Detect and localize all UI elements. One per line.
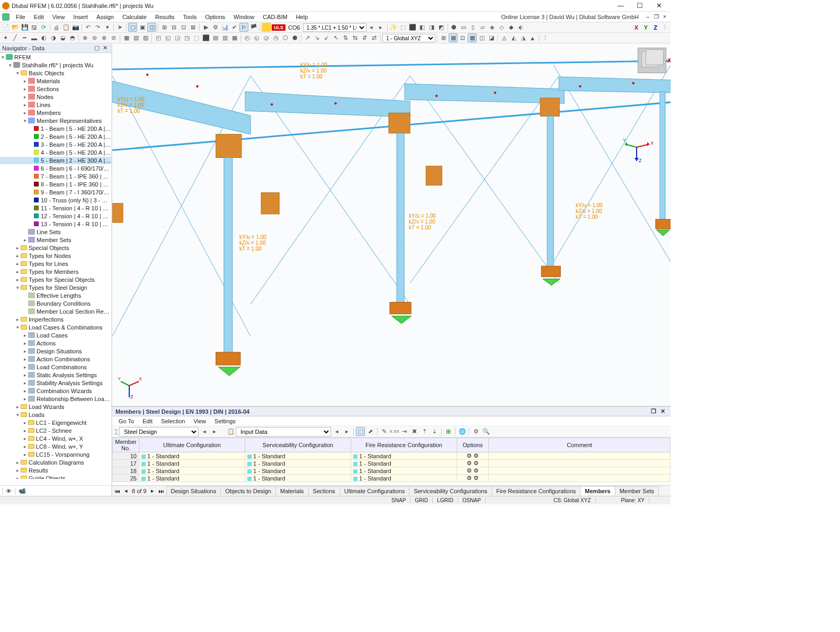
bottom-tab[interactable]: Serviceability Configurations [409,486,492,495]
bp-select-icon[interactable]: ⬚ [356,427,365,436]
r4c-icon[interactable]: ⊡ [458,33,467,42]
table-row[interactable]: 25 1 - Standard 1 - Standard 1 - Standar… [113,475,671,482]
bp-next2-icon[interactable]: ▸ [342,427,351,436]
r3i-icon[interactable]: ↙ [322,33,331,42]
r2r-icon[interactable]: ▤ [211,33,220,42]
r2o-icon[interactable]: ◳ [182,33,191,42]
tree-member-rep[interactable]: 13 - Tension | 4 - R 10 | L : 7.07 [0,220,111,228]
r3l-icon[interactable]: ⇆ [351,33,360,42]
next-page-icon[interactable]: ▸ [149,487,156,494]
history-icon[interactable]: ▾ [103,23,112,32]
wand-icon[interactable]: ✨ [389,23,398,32]
photo-icon[interactable]: 📷 [71,23,80,32]
bp-prev2-icon[interactable]: ◂ [332,427,341,436]
bp-down-icon[interactable]: ⇣ [430,427,439,436]
bp-pick-icon[interactable]: ⬈ [366,427,375,436]
status-grid[interactable]: GRID [410,497,433,503]
bp-export-icon[interactable]: ⇥ [400,427,409,436]
bp-xxx-icon[interactable]: X.XX [390,427,399,436]
view-transparent-icon[interactable]: ◫ [147,23,156,32]
first-page-icon[interactable]: ⏮ [112,488,122,494]
tree-member-rep[interactable]: 6 - Beam | 6 - I 690/170/8/12/5 [0,165,111,172]
tree-member-rep[interactable]: 3 - Beam | 5 - HE 200 A | L : 7.1 [0,141,111,148]
col-member-no[interactable]: Member No. [113,438,139,452]
axis-y-label[interactable]: Y [641,23,650,32]
surf-tool-icon[interactable]: ▬ [30,33,39,42]
mdi-restore-icon[interactable]: ❐ [653,14,660,20]
r2t-icon[interactable]: ▦ [230,33,239,42]
navigator-close-icon[interactable]: ✕ [101,44,109,51]
bottom-tab[interactable]: Sections [308,486,340,495]
undo-icon[interactable]: ↶ [84,23,93,32]
col-serviceability[interactable]: Serviceability Configuration [245,438,351,452]
new-icon[interactable]: 📄 [1,23,10,32]
r2n-icon[interactable]: ◲ [173,33,182,42]
close-button[interactable]: ✕ [649,1,668,11]
t6-icon[interactable]: ◈ [488,23,497,32]
menu-calculate[interactable]: Calculate [118,13,151,21]
line-tool-icon[interactable]: ╱ [11,33,20,42]
r4h-icon[interactable]: ◭ [509,33,518,42]
flag2-icon[interactable]: 🏴 [249,23,258,32]
flag-icon[interactable]: 🏳 [239,23,248,32]
r2p-icon[interactable]: ⬚ [192,33,201,42]
saveas-icon[interactable]: 🖫 [30,23,39,32]
tree-member-rep[interactable]: 5 - Beam | 2 - HE 300 A | L : 7.0 [0,157,111,164]
view-wireframe-icon[interactable]: ▢ [128,23,137,32]
viewport-3d[interactable]: kY/u = 1.00kZ/v = 1.00kT = 1.00 kY/u = 1… [112,43,671,406]
t5-icon[interactable]: ◩ [437,23,446,32]
bp-goto[interactable]: Go To [114,417,138,425]
table-row[interactable]: 17 1 - Standard 1 - Standard 1 - Standar… [113,460,671,467]
bp-gear-icon[interactable]: ⚙ [471,427,480,436]
bottom-tab[interactable]: Members [580,486,615,495]
r2g-icon[interactable]: ⊗ [100,33,109,42]
table-icon[interactable]: 📊 [220,23,229,32]
calc2-icon[interactable]: ⚙ [211,23,220,32]
menu-tools[interactable]: Tools [178,13,201,21]
bp-settings[interactable]: Settings [210,417,240,425]
status-lgrid[interactable]: LGRID [433,497,458,503]
menu-results[interactable]: Results [151,13,179,21]
member-tool-icon[interactable]: ━ [20,33,29,42]
r3d-icon[interactable]: ◷ [271,33,280,42]
top-icon[interactable]: ▱ [478,23,487,32]
bp-search-icon[interactable]: 🔍 [481,427,490,436]
r2q-icon[interactable]: ⬛ [201,33,210,42]
r2l-icon[interactable]: ◰ [154,33,163,42]
tree-member-rep[interactable]: 10 - Truss (only N) | 3 - CHS 76 [0,197,111,204]
menu-window[interactable]: Window [229,13,258,21]
t8-icon[interactable]: ◆ [507,23,516,32]
bp-next-icon[interactable]: ▸ [210,427,219,436]
grid2-icon[interactable]: ⊟ [169,23,178,32]
t7-icon[interactable]: ◇ [497,23,506,32]
col-options[interactable]: Options [457,438,489,452]
bp-view[interactable]: View [189,417,210,425]
r3m-icon[interactable]: ⇵ [360,33,369,42]
r4a-icon[interactable]: ⊞ [439,33,448,42]
bp-del-icon[interactable]: ✖ [410,427,419,436]
coord-system-select[interactable]: 1 - Global XYZ [382,34,435,42]
bp-excel-icon[interactable]: ⊞ [444,427,453,436]
mdi-close-icon[interactable]: × [661,14,668,20]
menu-edit[interactable]: Edit [30,13,48,21]
r2b-icon[interactable]: ◑ [49,33,58,42]
r4d-icon[interactable]: ▩ [468,33,477,42]
tree-member-rep[interactable]: 8 - Beam | 1 - IPE 360 | L : 5.00 [0,181,111,188]
navigator-tree[interactable]: ▾RFEM▾Stahlhalle.rf6* | projects Wu▾Basi… [0,53,111,479]
app-menu-icon[interactable] [2,13,10,21]
calc-icon[interactable]: ▶ [201,23,210,32]
load-combo-select[interactable]: 1.35 * LC1 + 1.50 * LC2 + 0... [303,23,367,32]
grid3-icon[interactable]: ⊡ [179,23,188,32]
refresh-icon[interactable]: ⟳ [39,23,48,32]
r4e-icon[interactable]: ◫ [477,33,486,42]
r3h-icon[interactable]: ↘ [312,33,321,42]
next-lc-icon[interactable]: ▸ [377,23,386,32]
nav-camera-icon[interactable]: 📹 [19,487,26,494]
view-solid-icon[interactable]: ▣ [138,23,147,32]
r3b-icon[interactable]: ◵ [252,33,261,42]
open-icon[interactable]: 📂 [11,23,20,32]
data-type-select[interactable]: Input Data [236,427,331,437]
r4b-icon[interactable]: ▦ [449,33,458,42]
tree-member-rep[interactable]: 9 - Beam | 7 - I 360/170/8/12/5 [0,189,111,196]
r2e-icon[interactable]: ⊕ [81,33,90,42]
